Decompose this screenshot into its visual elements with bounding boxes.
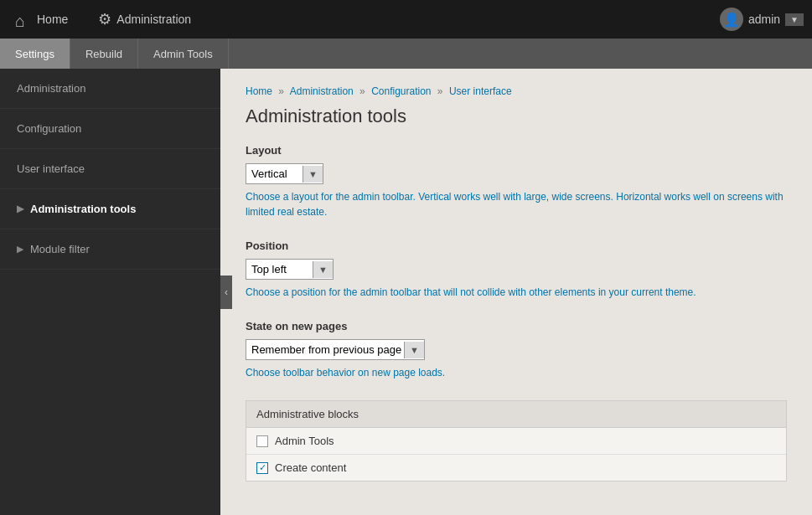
user-avatar: 👤	[720, 8, 743, 31]
chevron-right-icon: ▶	[17, 203, 23, 214]
content-area: Home » Administration » Configuration » …	[220, 69, 812, 515]
layout-select-wrapper: Vertical Horizontal	[246, 163, 323, 184]
breadcrumb-configuration[interactable]: Configuration	[371, 85, 431, 97]
tab-settings-label: Settings	[15, 48, 54, 60]
sidebar-item-administration-label: Administration	[17, 82, 85, 95]
top-nav-left: Home Administration	[8, 7, 720, 32]
sidebar-item-administration[interactable]: Administration	[0, 69, 220, 109]
admin-label: Administration	[116, 13, 191, 26]
sidebar-item-configuration[interactable]: Configuration	[0, 109, 220, 149]
breadcrumb-home[interactable]: Home	[246, 85, 272, 97]
page-title: Administration tools	[246, 106, 787, 127]
second-nav: Settings Rebuild Admin Tools	[0, 39, 812, 69]
main-layout: Administration Configuration User interf…	[0, 69, 812, 515]
sidebar-toggle[interactable]: ‹	[220, 276, 232, 309]
breadcrumb-current: User interface	[449, 85, 512, 97]
block-row-create-content: ✓ Create content	[246, 455, 786, 481]
sidebar: Administration Configuration User interf…	[0, 69, 220, 515]
top-nav-right: 👤 admin ▼	[720, 8, 804, 31]
sidebar-item-module-filter[interactable]: ▶ Module filter	[0, 229, 220, 270]
admin-blocks: Administrative blocks Admin Tools ✓ Crea…	[246, 400, 787, 482]
home-nav-item[interactable]: Home	[8, 8, 75, 30]
state-field-label: State on new pages	[246, 320, 787, 332]
position-select[interactable]: Top left Top right Bottom left Bottom ri…	[246, 260, 313, 279]
position-description: Choose a position for the admin toolbar …	[246, 285, 787, 300]
admin-nav-item[interactable]: Administration	[91, 7, 198, 32]
home-label: Home	[37, 13, 68, 26]
state-select-btn[interactable]	[404, 342, 424, 358]
layout-field-label: Layout	[246, 144, 787, 157]
top-nav: Home Administration 👤 admin ▼	[0, 0, 812, 39]
position-field-label: Position	[246, 239, 787, 252]
breadcrumb-sep-2: »	[359, 85, 365, 97]
state-description-link[interactable]: new	[372, 367, 390, 379]
sidebar-item-user-interface-label: User interface	[17, 162, 85, 175]
layout-description: Choose a layout for the admin toolbar. V…	[246, 189, 787, 219]
sidebar-item-user-interface[interactable]: User interface	[0, 149, 220, 189]
layout-select-btn[interactable]	[303, 166, 323, 183]
state-select[interactable]: Remember from previous page Open Closed	[246, 340, 404, 359]
checkbox-admin-tools[interactable]	[256, 435, 268, 447]
layout-select[interactable]: Vertical Horizontal	[246, 164, 303, 183]
tab-settings[interactable]: Settings	[0, 39, 70, 69]
block-label-create-content: Create content	[275, 461, 346, 474]
breadcrumb-sep-1: »	[278, 85, 284, 97]
state-description: Choose toolbar behavior on new page load…	[246, 365, 787, 380]
home-icon	[15, 12, 32, 27]
breadcrumb: Home » Administration » Configuration » …	[246, 85, 787, 97]
admin-blocks-title: Administrative blocks	[256, 408, 359, 420]
tab-admin-tools-label: Admin Tools	[153, 48, 213, 60]
sidebar-item-module-filter-label: Module filter	[30, 243, 90, 255]
checkbox-create-content[interactable]: ✓	[256, 462, 268, 474]
tab-admin-tools[interactable]: Admin Tools	[138, 39, 229, 69]
tab-rebuild[interactable]: Rebuild	[70, 39, 138, 69]
user-label: admin	[748, 13, 780, 26]
admin-blocks-header: Administrative blocks	[246, 401, 786, 428]
gear-icon	[98, 10, 111, 28]
block-label-admin-tools: Admin Tools	[275, 435, 334, 447]
state-select-wrapper: Remember from previous page Open Closed	[246, 339, 425, 360]
sidebar-item-administration-tools[interactable]: ▶ Administration tools	[0, 189, 220, 229]
breadcrumb-sep-3: »	[437, 85, 443, 97]
sidebar-item-administration-tools-label: Administration tools	[30, 203, 136, 215]
position-field-section: Position Top left Top right Bottom left …	[246, 239, 787, 300]
user-dropdown-arrow[interactable]: ▼	[785, 13, 804, 26]
layout-field-section: Layout Vertical Horizontal Choose a layo…	[246, 144, 787, 219]
breadcrumb-administration[interactable]: Administration	[290, 85, 354, 97]
sidebar-item-configuration-label: Configuration	[17, 122, 81, 135]
chevron-right-icon-2: ▶	[17, 244, 23, 255]
state-field-section: State on new pages Remember from previou…	[246, 320, 787, 380]
tab-rebuild-label: Rebuild	[85, 48, 122, 60]
block-row-admin-tools: Admin Tools	[246, 428, 786, 455]
position-select-wrapper: Top left Top right Bottom left Bottom ri…	[246, 259, 334, 280]
position-select-btn[interactable]	[313, 261, 333, 278]
